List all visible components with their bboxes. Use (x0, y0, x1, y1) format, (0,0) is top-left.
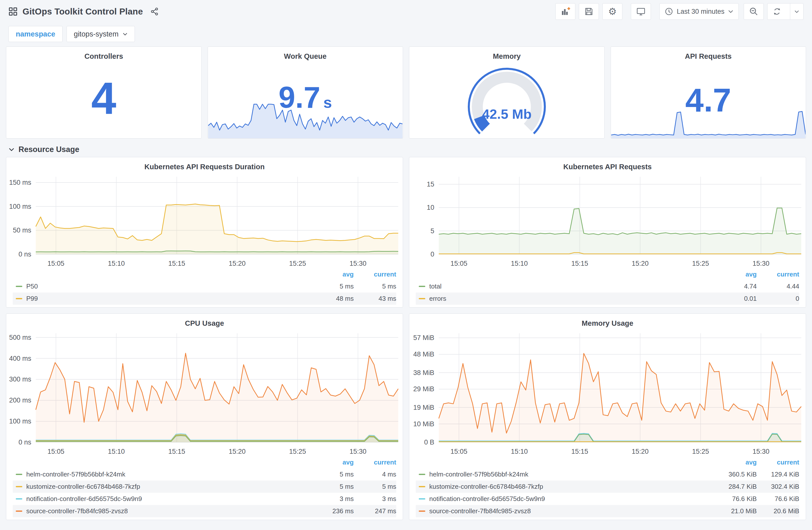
series-current-value: 5 ms (354, 483, 396, 490)
svg-text:15: 15 (427, 180, 434, 188)
memory-usage-chart[interactable]: 15:0515:1015:1515:2015:2515:3057 MiB48 M… (409, 329, 806, 456)
svg-text:15:05: 15:05 (47, 448, 64, 455)
refresh-button-group (767, 3, 803, 20)
namespace-select[interactable]: gitops-system (67, 26, 135, 42)
variable-label-namespace[interactable]: namespace (9, 26, 62, 42)
svg-text:15:10: 15:10 (108, 260, 125, 267)
section-resource-usage[interactable]: Resource Usage (9, 145, 803, 154)
panel-title[interactable]: Kubernetes API Requests (409, 157, 806, 173)
cpu-usage-chart[interactable]: 15:0515:1015:1515:2015:2515:30500 ms400 … (6, 329, 403, 456)
svg-text:200 ms: 200 ms (9, 397, 31, 404)
legend: avgcurrenthelm-controller-57f9b56bbf-k24… (409, 456, 806, 520)
panel-k8s-api-requests-duration: Kubernetes API Requests Duration 15:0515… (6, 157, 403, 308)
legend-item[interactable]: total4.744.44 (416, 280, 799, 293)
series-avg-value: 5 ms (314, 471, 354, 478)
refresh-icon (772, 7, 782, 16)
namespace-value: gitops-system (74, 30, 119, 38)
legend-column-current[interactable]: current (757, 270, 799, 278)
legend-item[interactable]: P9948 ms43 ms (13, 293, 396, 305)
legend-column-current[interactable]: current (757, 458, 799, 466)
svg-text:15:20: 15:20 (229, 260, 246, 267)
series-color-swatch (419, 486, 425, 487)
series-color-swatch (419, 498, 425, 500)
add-panel-button[interactable] (555, 3, 575, 20)
charts-grid: Kubernetes API Requests Duration 15:0515… (6, 157, 806, 520)
zoom-out-button[interactable] (744, 3, 764, 20)
svg-text:15:15: 15:15 (168, 448, 185, 455)
series-name: helm-controller-57f9b56bbf-k24mk (429, 471, 717, 478)
save-dashboard-button[interactable] (579, 3, 599, 20)
refresh-button[interactable] (767, 3, 786, 19)
legend-column-avg[interactable]: avg (717, 458, 757, 466)
legend-item[interactable]: notification-controller-6d56575dc-5w9n97… (416, 493, 799, 505)
legend: avgcurrenthelm-controller-57f9b56bbf-k24… (6, 456, 403, 520)
legend-column-current[interactable]: current (354, 458, 396, 466)
gear-icon: ⚙︎ (608, 7, 617, 16)
legend-item[interactable]: source-controller-7fb84fc985-zvsz8236 ms… (13, 505, 396, 517)
legend: avgcurrentP505 ms5 msP9948 ms43 ms (6, 268, 403, 307)
panel-title[interactable]: Memory Usage (409, 314, 806, 329)
monitor-icon (636, 7, 646, 16)
series-color-swatch (16, 286, 22, 287)
series-current-value: 302.4 KiB (757, 483, 799, 490)
time-range-picker[interactable]: Last 30 minutes (659, 3, 739, 20)
legend-item[interactable]: errors0.010 (416, 293, 799, 305)
series-avg-value: 5 ms (314, 282, 354, 290)
settings-button[interactable]: ⚙︎ (603, 3, 622, 20)
legend-item[interactable]: helm-controller-57f9b56bbf-k24mk360.5 Ki… (416, 468, 799, 481)
series-avg-value: 4.74 (717, 282, 757, 290)
svg-text:10 MiB: 10 MiB (413, 420, 434, 428)
panel-title[interactable]: Memory (409, 47, 604, 62)
series-avg-value: 3 ms (314, 495, 354, 503)
svg-text:42.5 Mb: 42.5 Mb (482, 106, 532, 121)
legend-item[interactable]: notification-controller-6d56575dc-5w9n93… (13, 493, 396, 505)
series-current-value: 129.4 KiB (757, 471, 799, 478)
panel-title[interactable]: API Requests (611, 47, 806, 62)
series-name: kustomize-controller-6c6784b468-7kzfp (26, 483, 314, 490)
legend-item[interactable]: helm-controller-57f9b56bbf-k24mk5 ms4 ms (13, 468, 396, 481)
legend-column-avg[interactable]: avg (717, 270, 757, 278)
legend-item[interactable]: kustomize-controller-6c6784b468-7kzfp5 m… (13, 481, 396, 493)
dashboard-grid-icon (9, 7, 17, 16)
panel-title[interactable]: Controllers (6, 47, 201, 62)
series-current-value: 0 (757, 295, 799, 303)
series-current-value: 5 ms (354, 282, 396, 290)
legend-column-avg[interactable]: avg (314, 270, 354, 278)
legend-column-avg[interactable]: avg (314, 458, 354, 466)
panel-title[interactable]: CPU Usage (6, 314, 403, 329)
dashboard-header: GitOps Toolkit Control Plane ⚙︎ (0, 0, 812, 23)
series-name: total (429, 282, 717, 290)
zoom-out-icon (749, 7, 758, 16)
svg-text:15:05: 15:05 (451, 448, 467, 455)
series-current-value: 43 ms (354, 295, 396, 303)
legend-item[interactable]: kustomize-controller-6c6784b468-7kzfp284… (416, 481, 799, 493)
legend-item[interactable]: source-controller-7fb84fc985-zvsz821.0 M… (416, 505, 799, 517)
svg-text:48 MiB: 48 MiB (413, 351, 434, 358)
panel-k8s-api-requests: Kubernetes API Requests 15:0515:1015:151… (409, 157, 806, 308)
k8s-api-requests-chart[interactable]: 15:0515:1015:1515:2015:2515:30151050 (409, 173, 806, 268)
series-current-value: 76.6 KiB (757, 495, 799, 503)
svg-text:15:15: 15:15 (168, 260, 185, 267)
refresh-interval-dropdown[interactable] (790, 3, 803, 19)
svg-text:0 ns: 0 ns (18, 250, 31, 258)
controllers-value: 4 (6, 76, 201, 121)
panel-cpu-usage: CPU Usage 15:0515:1015:1515:2015:2515:30… (6, 313, 403, 520)
share-icon[interactable] (150, 7, 159, 16)
legend-item[interactable]: P505 ms5 ms (13, 280, 396, 293)
svg-text:0: 0 (431, 250, 434, 258)
time-range-label: Last 30 minutes (677, 8, 724, 15)
series-color-swatch (16, 298, 22, 299)
svg-text:15:30: 15:30 (752, 448, 769, 455)
svg-text:15:25: 15:25 (692, 448, 709, 455)
cycle-view-button[interactable] (631, 3, 651, 20)
panel-title[interactable]: Kubernetes API Requests Duration (6, 157, 403, 173)
work-queue-unit: s (323, 94, 332, 111)
clock-icon (665, 7, 673, 16)
series-avg-value: 21.0 MiB (717, 507, 757, 515)
svg-text:100 ms: 100 ms (9, 203, 31, 210)
panel-memory-usage: Memory Usage 15:0515:1015:1515:2015:2515… (409, 313, 806, 520)
legend-column-current[interactable]: current (354, 270, 396, 278)
panel-work-queue: Work Queue 9.7s (208, 46, 403, 138)
panel-title[interactable]: Work Queue (208, 47, 403, 62)
k8s-api-requests-duration-chart[interactable]: 15:0515:1015:1515:2015:2515:30150 ms100 … (6, 173, 403, 268)
